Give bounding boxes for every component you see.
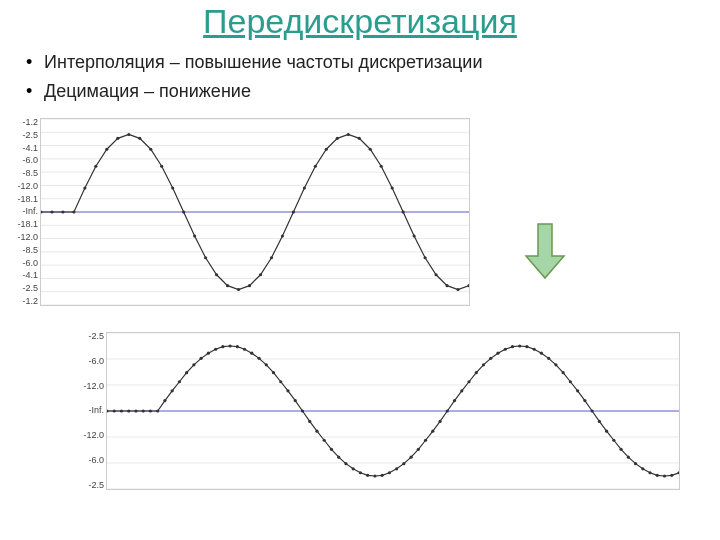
svg-point-28: [171, 186, 174, 189]
svg-point-67: [127, 409, 130, 412]
svg-point-31: [204, 256, 207, 259]
svg-point-101: [373, 474, 376, 477]
chart-original-yticks: -1.2-2.5-4.1-6.0-8.5-12.0-18.1-Inf.-18.1…: [12, 118, 38, 306]
svg-point-41: [314, 165, 317, 168]
svg-point-85: [257, 357, 260, 360]
svg-point-76: [192, 363, 195, 366]
ytick-label: -12.0: [12, 182, 38, 191]
chart-original: -1.2-2.5-4.1-6.0-8.5-12.0-18.1-Inf.-18.1…: [12, 118, 472, 306]
svg-point-75: [185, 371, 188, 374]
svg-point-68: [134, 409, 137, 412]
ytick-label: -4.1: [12, 144, 38, 153]
svg-point-105: [402, 462, 405, 465]
svg-point-22: [105, 148, 108, 151]
svg-point-97: [344, 462, 347, 465]
chart-original-plot: [40, 118, 470, 306]
svg-point-117: [489, 357, 492, 360]
svg-point-81: [228, 344, 231, 347]
svg-point-69: [142, 409, 145, 412]
svg-point-32: [215, 273, 218, 276]
ytick-label: -1.2: [12, 297, 38, 306]
svg-point-128: [569, 380, 572, 383]
svg-point-34: [237, 288, 240, 291]
svg-point-116: [482, 363, 485, 366]
svg-point-120: [511, 345, 514, 348]
svg-point-49: [402, 210, 405, 213]
svg-point-36: [259, 273, 262, 276]
ytick-label: -18.1: [12, 195, 38, 204]
svg-point-54: [456, 288, 459, 291]
svg-point-42: [325, 148, 328, 151]
svg-point-93: [315, 430, 318, 433]
svg-point-44: [347, 133, 350, 136]
bullet-list: Интерполяция – повышение частоты дискрет…: [26, 51, 720, 104]
svg-point-66: [120, 409, 123, 412]
svg-point-114: [467, 380, 470, 383]
svg-point-131: [591, 409, 594, 412]
chart-resampled-plot: [106, 332, 680, 490]
svg-point-20: [83, 186, 86, 189]
svg-point-25: [138, 137, 141, 140]
svg-point-113: [460, 389, 463, 392]
svg-point-121: [518, 344, 521, 347]
svg-point-110: [438, 420, 441, 423]
svg-point-18: [61, 210, 64, 213]
ytick-label: -4.1: [12, 271, 38, 280]
slide-root: Передискретизация Интерполяция – повышен…: [0, 0, 720, 540]
svg-point-123: [533, 348, 536, 351]
svg-point-139: [648, 471, 651, 474]
chart-resampled: -2.5-6.0-12.0-Inf.-12.0-6.0-2.5: [78, 332, 682, 490]
svg-point-96: [337, 456, 340, 459]
svg-point-130: [583, 399, 586, 402]
svg-point-70: [149, 409, 152, 412]
svg-point-127: [562, 371, 565, 374]
svg-point-126: [554, 363, 557, 366]
ytick-label: -6.0: [78, 357, 104, 366]
ytick-label: -2.5: [78, 481, 104, 490]
svg-point-24: [127, 133, 130, 136]
svg-point-136: [627, 456, 630, 459]
chart-original-svg: [41, 119, 469, 305]
svg-point-124: [540, 352, 543, 355]
ytick-label: -6.0: [12, 156, 38, 165]
svg-point-115: [475, 371, 478, 374]
ytick-label: -18.1: [12, 220, 38, 229]
ytick-label: -2.5: [12, 131, 38, 140]
ytick-label: -6.0: [12, 259, 38, 268]
ytick-label: -12.0: [78, 382, 104, 391]
svg-point-50: [413, 234, 416, 237]
svg-point-103: [388, 471, 391, 474]
svg-point-102: [381, 474, 384, 477]
svg-point-106: [410, 456, 413, 459]
svg-point-119: [504, 348, 507, 351]
svg-point-23: [116, 137, 119, 140]
svg-point-135: [619, 448, 622, 451]
svg-point-82: [236, 345, 239, 348]
svg-point-133: [605, 430, 608, 433]
svg-point-74: [178, 380, 181, 383]
svg-point-37: [270, 256, 273, 259]
svg-point-52: [434, 273, 437, 276]
bullet-item: Децимация – понижение: [26, 80, 720, 103]
svg-point-90: [294, 399, 297, 402]
svg-point-53: [445, 284, 448, 287]
arrow-path: [526, 224, 564, 278]
svg-point-51: [424, 256, 427, 259]
svg-point-107: [417, 448, 420, 451]
svg-point-83: [243, 348, 246, 351]
svg-point-95: [330, 448, 333, 451]
svg-point-26: [149, 148, 152, 151]
svg-point-89: [286, 389, 289, 392]
ytick-label: -8.5: [12, 169, 38, 178]
svg-point-94: [323, 439, 326, 442]
ytick-label: -Inf.: [78, 406, 104, 415]
svg-point-43: [336, 137, 339, 140]
svg-point-73: [171, 389, 174, 392]
ytick-label: -1.2: [12, 118, 38, 127]
svg-point-87: [272, 371, 275, 374]
svg-point-141: [663, 474, 666, 477]
svg-point-86: [265, 363, 268, 366]
svg-point-40: [303, 186, 306, 189]
ytick-label: -2.5: [78, 332, 104, 341]
svg-point-132: [598, 420, 601, 423]
